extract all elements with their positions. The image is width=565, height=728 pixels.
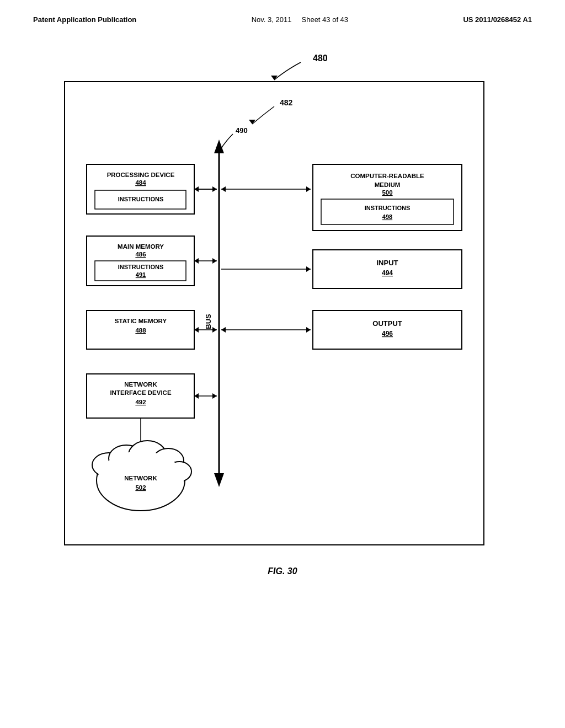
main-memory-title: MAIN MEMORY — [118, 243, 164, 250]
processing-instructions-label: INSTRUCTIONS — [118, 196, 164, 202]
arrowhead-bus-output-left — [221, 327, 226, 333]
cr-title-1: COMPUTER-READABLE — [350, 173, 424, 179]
arrow-482 — [252, 106, 274, 124]
label-480: 480 — [313, 53, 328, 63]
label-482: 482 — [280, 98, 293, 107]
processing-device-number: 484 — [135, 179, 146, 186]
arrowhead-bus-output-right — [306, 327, 311, 333]
arrowhead-netif-bus-left — [194, 393, 199, 399]
publication-info: Nov. 3, 2011 Sheet 43 of 43 — [252, 15, 348, 24]
input-number: 494 — [382, 269, 393, 277]
output-number: 496 — [382, 330, 393, 338]
output-title: OUTPUT — [372, 319, 402, 328]
publication-date: Nov. 3, 2011 — [252, 15, 292, 24]
arrow-480 — [274, 62, 301, 80]
network-interface-title-1: NETWORK — [124, 381, 157, 388]
network-interface-number: 492 — [135, 399, 146, 405]
static-memory-title: STATIC MEMORY — [115, 318, 167, 324]
network-number: 502 — [135, 484, 146, 491]
network-interface-title-2: INTERFACE DEVICE — [110, 389, 172, 396]
patent-diagram: 480 482 490 BUS PROCESSING DEVICE 484 — [42, 46, 495, 553]
cr-instructions-box — [321, 199, 454, 224]
patent-number: US 2011/0268452 A1 — [463, 15, 532, 24]
diagram-area: 480 482 490 BUS PROCESSING DEVICE 484 — [42, 46, 523, 553]
bus-arrow-bottom — [214, 473, 224, 487]
network-title: NETWORK — [124, 475, 157, 481]
static-memory-number: 488 — [135, 327, 146, 334]
bus-label: BUS — [204, 314, 212, 329]
cr-instructions-number: 498 — [382, 213, 392, 220]
cr-number: 500 — [382, 189, 392, 196]
arrowhead-bus-cr-left — [221, 186, 226, 192]
main-memory-instructions-number: 491 — [136, 271, 146, 278]
label-490: 490 — [236, 126, 248, 135]
arrowhead-bus-input — [306, 266, 311, 272]
arrowhead-mem-bus-left — [194, 258, 199, 264]
main-memory-instructions: INSTRUCTIONS — [118, 264, 164, 270]
cr-title-2: MEDIUM — [375, 181, 401, 188]
figure-caption: FIG. 30 — [0, 566, 565, 576]
page-header: Patent Application Publication Nov. 3, 2… — [0, 0, 565, 29]
arrowhead-proc-bus-left — [194, 186, 199, 192]
cr-instructions-label: INSTRUCTIONS — [365, 205, 411, 211]
arrowhead-static-bus-right — [212, 327, 217, 333]
input-title: INPUT — [377, 259, 398, 267]
main-memory-number: 486 — [135, 251, 146, 258]
arrowhead-netif-bus-right — [212, 393, 217, 399]
publication-title: Patent Application Publication — [33, 15, 136, 24]
processing-device-title-line1: PROCESSING DEVICE — [107, 172, 175, 178]
network-interface-box — [87, 374, 194, 418]
arrowhead-mem-bus-right — [212, 258, 217, 264]
arrowhead-bus-cr-right — [306, 186, 311, 192]
sheet-info: Sheet 43 of 43 — [302, 15, 349, 24]
arrowhead-static-bus-left — [194, 327, 199, 333]
